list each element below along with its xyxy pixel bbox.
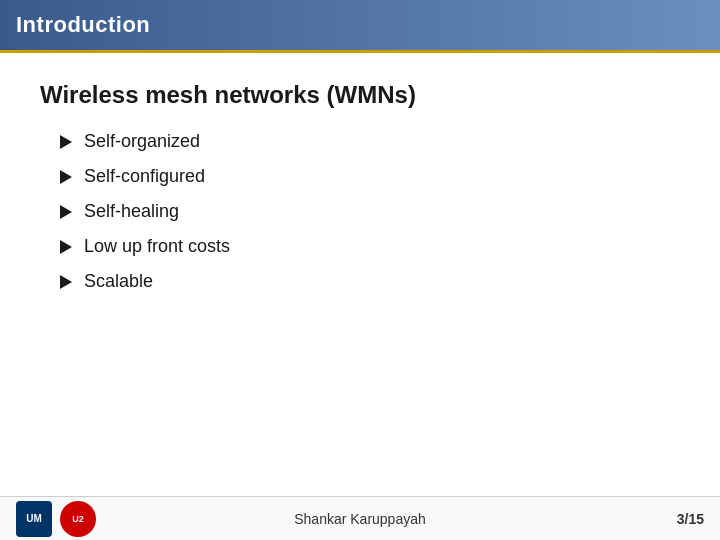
bullet-list: Self-organized Self-configured Self-heal… xyxy=(40,131,680,292)
bullet-text: Self-configured xyxy=(84,166,205,187)
bullet-text: Self-organized xyxy=(84,131,200,152)
bullet-text: Self-healing xyxy=(84,201,179,222)
page-number: 3/15 xyxy=(677,511,704,527)
bullet-arrow-icon xyxy=(60,170,72,184)
logo-um: UM xyxy=(16,501,52,537)
list-item: Self-configured xyxy=(60,166,680,187)
footer: UM U2 Shankar Karuppayah 3/15 xyxy=(0,496,720,540)
logo-um2: U2 xyxy=(60,501,96,537)
slide-title: Introduction xyxy=(16,12,150,38)
bullet-text: Scalable xyxy=(84,271,153,292)
section-title: Wireless mesh networks (WMNs) xyxy=(40,81,680,109)
bullet-arrow-icon xyxy=(60,205,72,219)
list-item: Self-healing xyxy=(60,201,680,222)
bullet-arrow-icon xyxy=(60,240,72,254)
bullet-arrow-icon xyxy=(60,275,72,289)
bullet-arrow-icon xyxy=(60,135,72,149)
main-content: Wireless mesh networks (WMNs) Self-organ… xyxy=(0,53,720,326)
list-item: Scalable xyxy=(60,271,680,292)
list-item: Self-organized xyxy=(60,131,680,152)
list-item: Low up front costs xyxy=(60,236,680,257)
bullet-text: Low up front costs xyxy=(84,236,230,257)
presenter-name: Shankar Karuppayah xyxy=(294,511,426,527)
footer-logos: UM U2 xyxy=(16,501,96,537)
header-bar: Introduction xyxy=(0,0,720,50)
